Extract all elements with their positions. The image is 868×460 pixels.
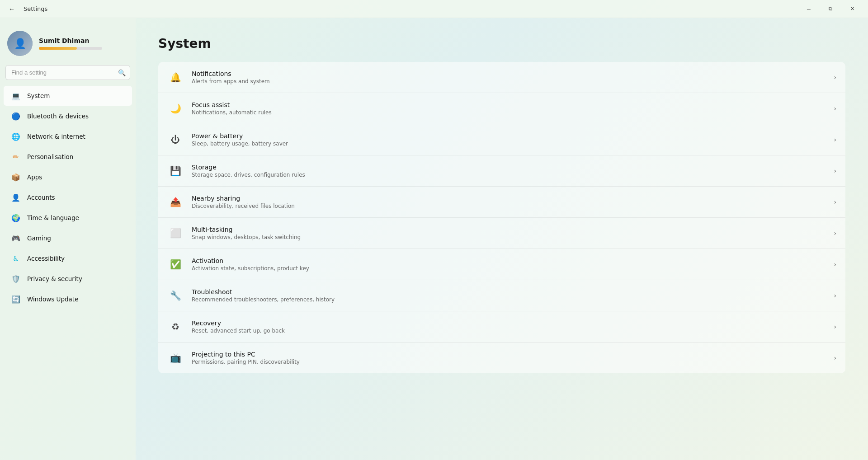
user-section: 👤 Sumit Dhiman: [0, 25, 136, 65]
setting-text-storage: Storage Storage space, drives, configura…: [192, 164, 826, 178]
setting-desc-power-battery: Sleep, battery usage, battery saver: [192, 141, 826, 147]
setting-chevron-notifications: ›: [834, 74, 836, 81]
setting-title-nearby-sharing: Nearby sharing: [192, 195, 826, 202]
setting-chevron-projecting: ›: [834, 354, 836, 361]
setting-desc-nearby-sharing: Discoverability, received files location: [192, 203, 826, 209]
user-info: Sumit Dhiman: [39, 37, 128, 50]
titlebar-left: ← Settings: [5, 3, 798, 15]
sidebar-item-apps[interactable]: 📦 Apps: [4, 167, 132, 187]
setting-chevron-storage: ›: [834, 167, 836, 174]
user-bar-fill: [39, 47, 77, 50]
avatar: 👤: [7, 31, 33, 56]
setting-text-recovery: Recovery Reset, advanced start-up, go ba…: [192, 319, 826, 334]
titlebar-title: Settings: [24, 5, 47, 12]
setting-title-power-battery: Power & battery: [192, 132, 826, 140]
app-body: 👤 Sumit Dhiman 🔍 💻 System 🔵 Bluetooth & …: [0, 18, 868, 460]
sidebar-item-gaming[interactable]: 🎮 Gaming: [4, 228, 132, 248]
user-name: Sumit Dhiman: [39, 37, 128, 44]
sidebar-item-accounts[interactable]: 👤 Accounts: [4, 188, 132, 207]
nav-icon-bluetooth: 🔵: [11, 111, 21, 121]
nav-label-update: Windows Update: [27, 296, 78, 303]
sidebar-item-personalisation[interactable]: ✏️ Personalisation: [4, 147, 132, 167]
nav-label-bluetooth: Bluetooth & devices: [27, 113, 89, 120]
nav-icon-apps: 📦: [11, 172, 21, 182]
setting-icon-notifications: 🔔: [167, 69, 184, 85]
setting-item-multi-tasking[interactable]: ⬜ Multi-tasking Snap windows, desktops, …: [158, 218, 845, 249]
sidebar-item-system[interactable]: 💻 System: [4, 86, 132, 106]
setting-item-power-battery[interactable]: ⏻ Power & battery Sleep, battery usage, …: [158, 124, 845, 155]
nav-label-accounts: Accounts: [27, 194, 55, 201]
search-input[interactable]: [5, 65, 130, 80]
nav-label-network: Network & internet: [27, 133, 85, 140]
setting-item-troubleshoot[interactable]: 🔧 Troubleshoot Recommended troubleshoote…: [158, 280, 845, 311]
setting-chevron-focus-assist: ›: [834, 105, 836, 112]
setting-text-notifications: Notifications Alerts from apps and syste…: [192, 70, 826, 84]
setting-icon-activation: ✅: [167, 256, 184, 272]
sidebar-item-bluetooth[interactable]: 🔵 Bluetooth & devices: [4, 106, 132, 126]
setting-item-recovery[interactable]: ♻️ Recovery Reset, advanced start-up, go…: [158, 311, 845, 343]
setting-chevron-troubleshoot: ›: [834, 292, 836, 299]
sidebar-item-update[interactable]: 🔄 Windows Update: [4, 289, 132, 309]
nav-label-privacy: Privacy & security: [27, 275, 82, 282]
setting-title-troubleshoot: Troubleshoot: [192, 288, 826, 296]
setting-icon-focus-assist: 🌙: [167, 100, 184, 117]
nav-label-system: System: [27, 92, 50, 99]
nav-label-accessibility: Accessibility: [27, 255, 65, 262]
setting-chevron-recovery: ›: [834, 323, 836, 330]
close-button[interactable]: ✕: [842, 2, 863, 16]
setting-icon-power-battery: ⏻: [167, 131, 184, 148]
setting-icon-projecting: 📺: [167, 350, 184, 366]
setting-desc-troubleshoot: Recommended troubleshooters, preferences…: [192, 296, 826, 303]
setting-item-projecting[interactable]: 📺 Projecting to this PC Permissions, pai…: [158, 343, 845, 373]
setting-text-projecting: Projecting to this PC Permissions, pairi…: [192, 351, 826, 365]
setting-title-multi-tasking: Multi-tasking: [192, 226, 826, 233]
setting-item-nearby-sharing[interactable]: 📤 Nearby sharing Discoverability, receiv…: [158, 187, 845, 218]
avatar-image: 👤: [7, 31, 33, 56]
nav-icon-privacy: 🛡️: [11, 274, 21, 284]
setting-desc-activation: Activation state, subscriptions, product…: [192, 265, 826, 272]
setting-item-activation[interactable]: ✅ Activation Activation state, subscript…: [158, 249, 845, 280]
setting-title-focus-assist: Focus assist: [192, 101, 826, 108]
minimize-button[interactable]: ─: [798, 2, 819, 16]
sidebar-item-time[interactable]: 🌍 Time & language: [4, 208, 132, 228]
sidebar-item-network[interactable]: 🌐 Network & internet: [4, 127, 132, 146]
setting-text-focus-assist: Focus assist Notifications, automatic ru…: [192, 101, 826, 116]
back-button[interactable]: ←: [5, 3, 18, 15]
nav-icon-update: 🔄: [11, 294, 21, 304]
nav-icon-system: 💻: [11, 91, 21, 101]
setting-desc-focus-assist: Notifications, automatic rules: [192, 109, 826, 116]
setting-text-power-battery: Power & battery Sleep, battery usage, ba…: [192, 132, 826, 147]
setting-text-nearby-sharing: Nearby sharing Discoverability, received…: [192, 195, 826, 209]
setting-desc-notifications: Alerts from apps and system: [192, 78, 826, 84]
user-bar-container: [39, 47, 102, 50]
nav-label-personalisation: Personalisation: [27, 153, 73, 160]
setting-desc-recovery: Reset, advanced start-up, go back: [192, 328, 826, 334]
setting-chevron-multi-tasking: ›: [834, 230, 836, 237]
nav-icon-accounts: 👤: [11, 192, 21, 202]
sidebar-item-accessibility[interactable]: ♿ Accessibility: [4, 249, 132, 268]
setting-chevron-activation: ›: [834, 261, 836, 268]
setting-title-projecting: Projecting to this PC: [192, 351, 826, 358]
setting-icon-multi-tasking: ⬜: [167, 225, 184, 241]
setting-desc-storage: Storage space, drives, configuration rul…: [192, 172, 826, 178]
sidebar-nav: 💻 System 🔵 Bluetooth & devices 🌐 Network…: [0, 85, 136, 310]
setting-chevron-nearby-sharing: ›: [834, 198, 836, 206]
sidebar-item-privacy[interactable]: 🛡️ Privacy & security: [4, 269, 132, 289]
nav-icon-gaming: 🎮: [11, 233, 21, 243]
setting-item-storage[interactable]: 💾 Storage Storage space, drives, configu…: [158, 155, 845, 187]
setting-item-notifications[interactable]: 🔔 Notifications Alerts from apps and sys…: [158, 62, 845, 93]
setting-desc-projecting: Permissions, pairing PIN, discoverabilit…: [192, 359, 826, 365]
maximize-button[interactable]: ⧉: [820, 2, 841, 16]
nav-label-time: Time & language: [27, 214, 79, 221]
sidebar: 👤 Sumit Dhiman 🔍 💻 System 🔵 Bluetooth & …: [0, 18, 136, 460]
nav-icon-personalisation: ✏️: [11, 152, 21, 162]
setting-text-multi-tasking: Multi-tasking Snap windows, desktops, ta…: [192, 226, 826, 240]
setting-desc-multi-tasking: Snap windows, desktops, task switching: [192, 234, 826, 240]
setting-icon-storage: 💾: [167, 163, 184, 179]
search-box: 🔍: [5, 65, 130, 80]
titlebar: ← Settings ─ ⧉ ✕: [0, 0, 868, 18]
setting-item-focus-assist[interactable]: 🌙 Focus assist Notifications, automatic …: [158, 93, 845, 124]
nav-icon-time: 🌍: [11, 213, 21, 223]
setting-text-activation: Activation Activation state, subscriptio…: [192, 257, 826, 272]
setting-icon-recovery: ♻️: [167, 319, 184, 335]
